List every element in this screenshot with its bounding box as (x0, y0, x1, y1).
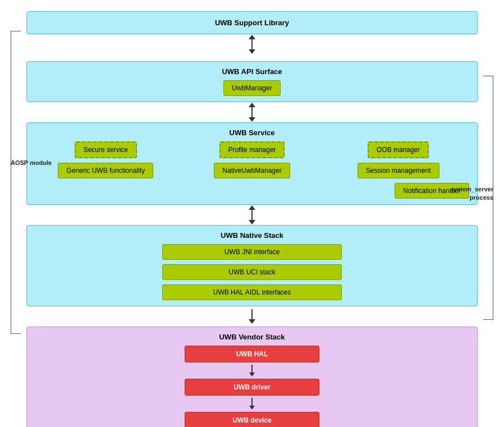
uci-stack-box: UWB UCI stack (162, 264, 342, 280)
support-library-box: UWB Support Library (26, 11, 478, 34)
vendor-stack-title: UWB Vendor Stack (35, 333, 469, 341)
arrow-hal-to-driver (249, 365, 255, 377)
session-management-box: Session management (358, 163, 439, 178)
service-row3: Notification handler (35, 183, 469, 199)
arrow-support-to-api (249, 34, 255, 54)
arrow-native-to-vendor (249, 306, 255, 327)
arrow-api-to-service (249, 102, 255, 122)
uwb-service-title: UWB Service (35, 128, 469, 137)
vendor-stack-box: UWB Vendor Stack UWB HAL UWB driver UWB … (26, 327, 478, 427)
uwb-manager-box: UwbManager (223, 80, 280, 96)
arrow-driver-to-device (249, 398, 255, 410)
system-label: system_server process (450, 185, 493, 203)
oob-manager-box: OOB manager (368, 141, 429, 158)
service-row2: Generic UWB functionality NativeUwbManag… (35, 163, 469, 178)
native-stack-box: UWB Native Stack UWB JNI interface UWB U… (26, 225, 478, 306)
native-stack-title: UWB Native Stack (35, 231, 469, 240)
uwb-hal-box: UWB HAL (185, 346, 319, 362)
api-surface-box: UWB API Surface UwbManager (26, 61, 478, 102)
arrow-service-to-native (249, 205, 255, 225)
main-column: UWB Support Library UWB API Surface UwbM… (26, 11, 478, 427)
api-surface-title: UWB API Surface (35, 67, 469, 76)
aosp-bracket (11, 31, 21, 334)
secure-service-box: Secure service (75, 141, 137, 158)
diagram-wrapper: AOSP module system_server process UWB Su… (11, 0, 493, 427)
uwb-service-box: UWB Service Secure service Profile manag… (26, 122, 478, 205)
hal-aidl-box: UWB HAL AIDL interfaces (162, 284, 342, 300)
aosp-label: AOSP module (11, 159, 52, 166)
uwb-driver-box: UWB driver (185, 379, 319, 396)
vendor-items: UWB HAL UWB driver UWB device (35, 346, 469, 427)
service-row1: Secure service Profile manager OOB manag… (35, 141, 469, 158)
generic-uwb-box: Generic UWB functionality (58, 163, 153, 178)
native-uwb-manager-box: NativeUwbManager (214, 163, 290, 178)
profile-manager-box: Profile manager (219, 141, 285, 158)
jni-interface-box: UWB JNI interface (162, 244, 342, 260)
native-stack-items: UWB JNI interface UWB UCI stack UWB HAL … (35, 244, 469, 300)
uwb-device-box: UWB device (185, 412, 319, 427)
